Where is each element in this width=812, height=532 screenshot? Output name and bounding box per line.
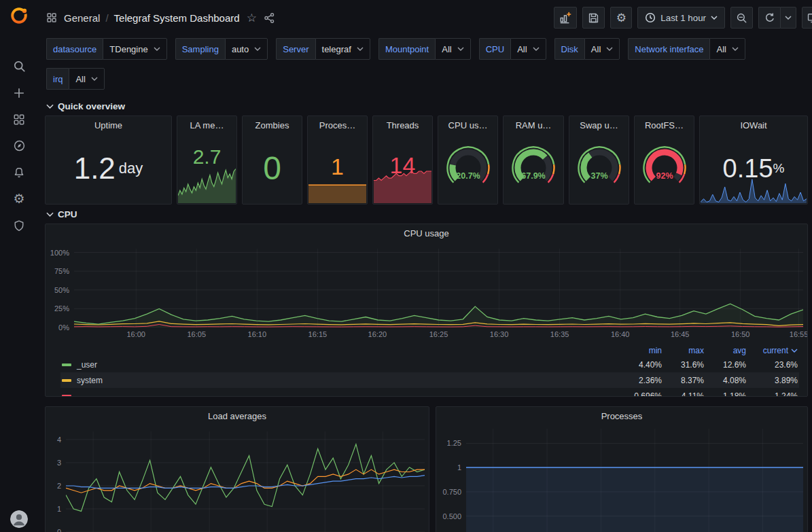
star-icon[interactable]: ☆ — [247, 12, 257, 24]
bottom-panels: Load averages 01234 16:0016:1016:2016:30… — [45, 406, 808, 532]
panel-title: RAM u… — [504, 116, 563, 134]
panel-title: CPU us… — [438, 116, 497, 134]
refresh-group — [758, 7, 796, 29]
processes-plot[interactable] — [466, 429, 803, 532]
sidebar-item-configuration[interactable]: ⚙ — [4, 185, 34, 212]
breadcrumb: General / Telegraf System Dashboard — [64, 12, 240, 24]
sidebar-item-alerting[interactable] — [4, 159, 34, 185]
panel-processes[interactable]: Processes 0.2500.5000.75011.25 — [436, 406, 808, 532]
row-title: Quick overview — [58, 101, 125, 111]
load-averages-plot[interactable] — [66, 431, 425, 532]
x-axis-tick: 16:30 — [490, 330, 509, 338]
variable-network-interface: Network interfaceAll — [628, 38, 745, 60]
svg-text:92%: 92% — [656, 171, 673, 181]
variables-row: datasourceTDengineSamplingautoServertele… — [38, 35, 812, 96]
cycle-view-button[interactable] — [802, 7, 812, 29]
y-axis-tick: 50% — [54, 286, 69, 294]
variable-label: Mountpoint — [378, 38, 435, 60]
legend-row[interactable]: system2.36%8.37%4.08%3.89% — [60, 372, 799, 388]
panel-title: Proces… — [308, 116, 367, 134]
refresh-interval-dropdown[interactable] — [780, 7, 796, 29]
iowait-unit: % — [773, 161, 785, 176]
gear-icon: ⚙ — [13, 192, 24, 205]
y-axis-tick: 1.25 — [447, 439, 461, 447]
panel-cpu-usage[interactable]: CPU usage 0%25%50%75%100% 16:0016:0516:1… — [45, 224, 808, 397]
panel-zombies[interactable]: Zombies 0 — [242, 116, 302, 205]
legend-sort-min[interactable]: min — [620, 346, 662, 355]
processes-chart-area: 0.2500.5000.75011.25 — [436, 425, 807, 532]
chevron-down-icon — [154, 47, 160, 51]
panel-cpu-usage-gauge[interactable]: CPU us… 20.7% — [438, 116, 498, 205]
sidebar-item-search[interactable] — [4, 53, 34, 79]
save-dashboard-button[interactable] — [582, 7, 605, 29]
dashboard-settings-button[interactable]: ⚙ — [610, 7, 632, 29]
row-header-quick-overview[interactable]: Quick overview — [38, 96, 812, 116]
add-panel-icon — [559, 12, 571, 24]
uptime-value: 1.2 — [74, 154, 116, 183]
series-color-dash — [62, 363, 71, 366]
panel-iowait[interactable]: IOWait 0.15 % — [699, 116, 808, 205]
variable-value-dropdown[interactable]: telegraf — [315, 38, 370, 60]
panel-title: Zombies — [243, 116, 302, 134]
chevron-down-icon — [357, 47, 364, 51]
panel-uptime[interactable]: Uptime 1.2 day — [45, 116, 172, 205]
refresh-button[interactable] — [758, 7, 780, 29]
zoom-out-button[interactable] — [730, 7, 753, 29]
y-axis-tick: 0 — [57, 528, 61, 532]
compass-icon — [13, 139, 26, 152]
save-icon — [588, 12, 599, 24]
y-axis: 0%25%50%75%100% — [48, 249, 74, 327]
x-axis-tick: 16:55 — [790, 330, 808, 338]
legend-sort-current[interactable]: current — [746, 346, 798, 355]
variable-label: irq — [46, 68, 69, 90]
y-axis-tick: 1 — [457, 463, 461, 472]
dashboards-grid-icon — [13, 113, 25, 126]
y-axis-tick: 2 — [57, 482, 61, 490]
svg-text:20.7%: 20.7% — [456, 171, 480, 181]
panel-title: IOWait — [700, 116, 807, 134]
legend-sort-max[interactable]: max — [662, 346, 704, 355]
variable-value-dropdown[interactable]: All — [584, 38, 620, 60]
panel-threads[interactable]: Threads 14 — [372, 116, 433, 205]
variable-value-dropdown[interactable]: TDengine — [103, 38, 166, 60]
time-picker-button[interactable]: Last 1 hour — [637, 7, 725, 29]
sidebar-item-dashboards[interactable] — [4, 106, 34, 132]
panel-ram-usage-gauge[interactable]: RAM u… 67.9% — [503, 116, 564, 205]
processes-value: 1 — [331, 155, 344, 178]
panel-swap-usage-gauge[interactable]: Swap u… 37% — [569, 116, 629, 205]
variable-value-dropdown[interactable]: All — [510, 38, 546, 60]
y-axis-tick: 75% — [54, 267, 69, 275]
cpu-legend: minmaxavgcurrent_user4.40%31.6%12.6%23.6… — [46, 340, 807, 397]
sidebar-item-create[interactable] — [4, 79, 34, 106]
variable-value-dropdown[interactable]: auto — [225, 38, 268, 60]
add-panel-button[interactable] — [554, 7, 577, 29]
variable-value-dropdown[interactable]: All — [69, 68, 104, 90]
variable-value-dropdown[interactable]: All — [435, 38, 470, 60]
panel-load-averages[interactable]: Load averages 01234 16:0016:1016:2016:30… — [45, 406, 429, 532]
series-color-dash — [62, 395, 71, 397]
panel-rootfs-gauge[interactable]: RootFS… 92% — [634, 116, 694, 205]
svg-text:37%: 37% — [590, 171, 607, 181]
legend-row[interactable]: …0.696%4.11%1.18%1.24% — [60, 388, 799, 397]
apps-grid-icon[interactable] — [46, 12, 57, 23]
variable-irq: irqAll — [46, 68, 105, 90]
cpu-usage-plot[interactable] — [74, 249, 803, 327]
y-axis-tick: 0% — [58, 323, 69, 332]
legend-row[interactable]: _user4.40%31.6%12.6%23.6% — [60, 357, 799, 372]
panel-processes-stat[interactable]: Proces… 1 — [307, 116, 368, 205]
legend-header: minmaxavgcurrent — [60, 344, 799, 357]
grafana-logo[interactable] — [9, 5, 29, 26]
user-avatar[interactable] — [10, 510, 28, 528]
row-header-cpu[interactable]: CPU — [38, 205, 812, 224]
panel-la[interactable]: LA me… 2.7 — [177, 116, 237, 205]
sidebar-item-server-admin[interactable] — [4, 212, 34, 238]
x-axis-tick: 16:05 — [187, 330, 206, 338]
breadcrumb-section[interactable]: General — [64, 12, 100, 24]
sidebar-item-explore[interactable] — [4, 132, 34, 159]
legend-sort-avg[interactable]: avg — [704, 346, 746, 355]
variable-value-dropdown[interactable]: All — [709, 38, 745, 60]
ram-gauge: 67.9% — [504, 141, 563, 195]
x-axis-tick: 16:25 — [429, 330, 448, 338]
variable-datasource: datasourceTDengine — [46, 38, 167, 60]
share-icon[interactable] — [264, 12, 275, 24]
